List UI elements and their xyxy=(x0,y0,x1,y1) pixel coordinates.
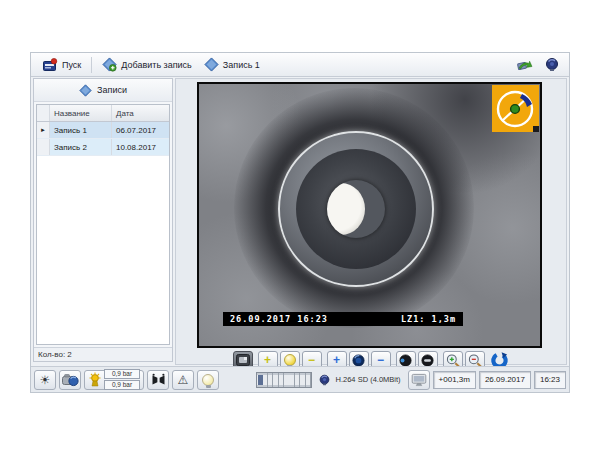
row-marker xyxy=(37,139,50,155)
add-record-button[interactable]: Добавить запись xyxy=(96,55,198,74)
camera-icon xyxy=(544,57,560,72)
table-empty-area xyxy=(37,156,169,344)
start-icon xyxy=(43,58,58,71)
row-date: 10.08.2017 xyxy=(112,139,169,155)
toolbar-separator xyxy=(91,57,92,73)
codec-camera-icon xyxy=(318,374,331,386)
date-column-header[interactable]: Дата xyxy=(112,105,169,121)
alarm-button[interactable]: ⚠ xyxy=(172,370,194,390)
table-row[interactable]: Запись 2 10.08.2017 xyxy=(37,139,169,156)
export-icon xyxy=(516,57,533,72)
audio-button[interactable] xyxy=(147,370,169,390)
table-row[interactable]: ► Запись 1 06.07.2017 xyxy=(37,122,169,139)
time-readout: 16:23 xyxy=(534,371,566,389)
video-viewport: 26.09.2017 16:23 LZ1: 1,3m xyxy=(197,82,542,348)
add-record-icon xyxy=(102,57,117,72)
display-button[interactable] xyxy=(408,370,430,390)
screen: Пуск Добавить запись xyxy=(0,0,600,450)
pipe-hole-highlight xyxy=(327,183,365,235)
video-overlay-bar: 26.09.2017 16:23 LZ1: 1,3m xyxy=(223,312,463,326)
status-bar: ☀ xyxy=(31,366,569,392)
records-table-header: Название Дата xyxy=(37,105,169,122)
bulb-icon xyxy=(284,354,296,366)
record-icon xyxy=(204,57,219,72)
records-panel-title: Записи xyxy=(97,85,127,95)
bulb-icon xyxy=(202,374,214,386)
add-record-label: Добавить запись xyxy=(121,60,192,70)
warning-icon: ⚠ xyxy=(178,374,189,386)
row-name: Запись 2 xyxy=(50,139,112,155)
marker-column-header xyxy=(37,105,50,121)
start-button[interactable]: Пуск xyxy=(37,56,87,73)
lamp-toggle-button[interactable] xyxy=(197,370,219,390)
speakers-icon xyxy=(151,373,166,386)
brightness-icon: ☀ xyxy=(40,374,51,386)
toolbar-right-group xyxy=(513,56,563,74)
records-count: Кол-во: 2 xyxy=(34,347,172,361)
records-table: Название Дата ► Запись 1 06.07.2017 Запи… xyxy=(36,104,170,345)
main-toolbar: Пуск Добавить запись xyxy=(31,53,569,77)
records-icon xyxy=(79,84,92,97)
name-column-header[interactable]: Название xyxy=(50,105,112,121)
level-meter-fill xyxy=(258,375,263,385)
codec-label: H.264 SD (4.0MBit) xyxy=(336,375,401,384)
minus-icon: − xyxy=(308,354,315,366)
camera-select-button[interactable] xyxy=(59,370,81,390)
overlay-distance: LZ1: 1,3m xyxy=(401,314,456,324)
row-date: 06.07.2017 xyxy=(112,122,169,138)
overlay-datetime: 26.09.2017 16:23 xyxy=(230,314,328,324)
pressure-value-top: 0,9 bar xyxy=(104,369,140,379)
camera-globe-icon xyxy=(62,373,79,387)
row-marker: ► xyxy=(37,122,50,138)
pipe-center-hole xyxy=(327,180,385,238)
app-window: Пуск Добавить запись xyxy=(30,52,570,393)
start-label: Пуск xyxy=(62,60,81,70)
current-record-label: Запись 1 xyxy=(223,60,260,70)
roll-indicator-icon xyxy=(492,85,539,132)
recording-level-meter xyxy=(256,372,312,388)
row-name: Запись 1 xyxy=(50,122,112,138)
plus-icon: + xyxy=(264,354,271,366)
camera-head-button[interactable] xyxy=(541,56,563,74)
minus-icon: − xyxy=(377,354,384,366)
records-panel-header[interactable]: Записи xyxy=(34,79,172,102)
snapshot-icon xyxy=(236,354,250,366)
distance-readout: +001,3m xyxy=(433,371,476,389)
plus-icon: + xyxy=(333,354,340,366)
export-button[interactable] xyxy=(513,56,535,74)
video-panel: 26.09.2017 16:23 LZ1: 1,3m xyxy=(175,78,567,365)
current-record-button[interactable]: Запись 1 xyxy=(198,55,266,74)
records-panel: Записи Название Дата ► Запись 1 06.07.20… xyxy=(33,78,173,362)
brightness-button[interactable]: ☀ xyxy=(34,370,56,390)
pressure-value-bottom: 0,9 bar xyxy=(104,380,140,390)
pressure-indicator[interactable]: 0,9 bar 0,9 bar xyxy=(84,370,144,390)
monitor-icon xyxy=(411,373,427,387)
sonde-lamp-icon xyxy=(88,372,102,387)
date-readout: 26.09.2017 xyxy=(479,371,531,389)
